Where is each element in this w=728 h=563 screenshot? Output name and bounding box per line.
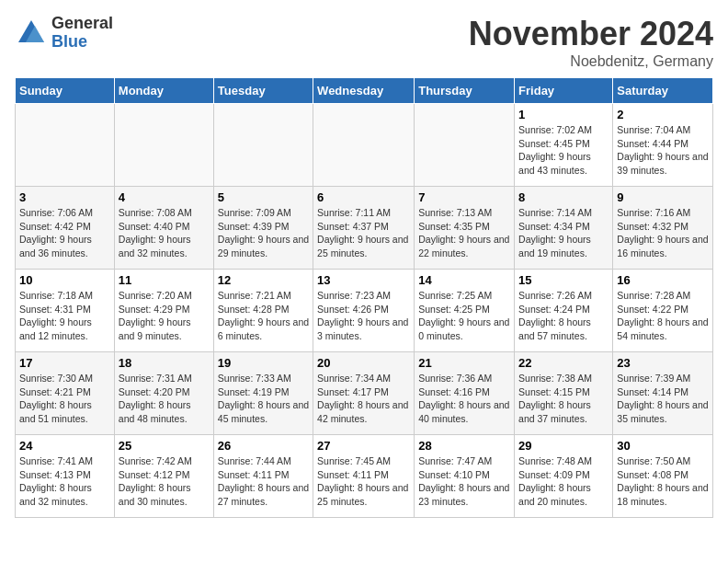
day-info: Sunrise: 7:13 AM Sunset: 4:35 PM Dayligh… (418, 206, 510, 260)
day-info: Sunrise: 7:18 AM Sunset: 4:31 PM Dayligh… (19, 289, 110, 343)
day-number: 21 (418, 356, 510, 370)
day-info: Sunrise: 7:48 AM Sunset: 4:09 PM Dayligh… (518, 454, 609, 509)
day-info: Sunrise: 7:04 AM Sunset: 4:44 PM Dayligh… (617, 123, 709, 178)
calendar-cell: 13Sunrise: 7:23 AM Sunset: 4:26 PM Dayli… (313, 270, 415, 352)
day-info: Sunrise: 7:09 AM Sunset: 4:39 PM Dayligh… (218, 206, 309, 260)
calendar-cell: 19Sunrise: 7:33 AM Sunset: 4:19 PM Dayli… (213, 352, 313, 435)
day-number: 30 (617, 439, 709, 453)
title-section: November 2024 Noebdenitz, Germany (469, 15, 713, 70)
day-info: Sunrise: 7:02 AM Sunset: 4:45 PM Dayligh… (518, 123, 609, 178)
calendar-cell: 24Sunrise: 7:41 AM Sunset: 4:13 PM Dayli… (16, 435, 115, 518)
calendar-cell: 4Sunrise: 7:08 AM Sunset: 4:40 PM Daylig… (114, 187, 213, 270)
calendar-cell: 16Sunrise: 7:28 AM Sunset: 4:22 PM Dayli… (613, 270, 713, 352)
day-info: Sunrise: 7:34 AM Sunset: 4:17 PM Dayligh… (317, 372, 410, 426)
calendar-cell: 2Sunrise: 7:04 AM Sunset: 4:44 PM Daylig… (613, 104, 713, 187)
day-info: Sunrise: 7:14 AM Sunset: 4:34 PM Dayligh… (518, 206, 609, 260)
calendar-cell: 28Sunrise: 7:47 AM Sunset: 4:10 PM Dayli… (415, 435, 515, 518)
day-info: Sunrise: 7:44 AM Sunset: 4:11 PM Dayligh… (218, 454, 309, 509)
day-number: 12 (218, 273, 309, 287)
day-header-sunday: Sunday (16, 78, 115, 104)
day-number: 6 (317, 190, 410, 204)
day-number: 15 (518, 273, 609, 287)
calendar-cell: 23Sunrise: 7:39 AM Sunset: 4:14 PM Dayli… (613, 352, 713, 435)
day-info: Sunrise: 7:26 AM Sunset: 4:24 PM Dayligh… (518, 289, 609, 343)
day-info: Sunrise: 7:45 AM Sunset: 4:11 PM Dayligh… (317, 454, 410, 509)
calendar-week-4: 17Sunrise: 7:30 AM Sunset: 4:21 PM Dayli… (16, 352, 713, 435)
day-info: Sunrise: 7:47 AM Sunset: 4:10 PM Dayligh… (418, 454, 510, 509)
day-info: Sunrise: 7:31 AM Sunset: 4:20 PM Dayligh… (119, 372, 210, 426)
day-info: Sunrise: 7:20 AM Sunset: 4:29 PM Dayligh… (119, 289, 210, 343)
day-number: 14 (418, 273, 510, 287)
calendar-cell: 15Sunrise: 7:26 AM Sunset: 4:24 PM Dayli… (515, 270, 613, 352)
calendar-cell: 14Sunrise: 7:25 AM Sunset: 4:25 PM Dayli… (415, 270, 515, 352)
day-info: Sunrise: 7:08 AM Sunset: 4:40 PM Dayligh… (119, 206, 210, 260)
day-number: 7 (418, 190, 510, 204)
calendar-cell: 7Sunrise: 7:13 AM Sunset: 4:35 PM Daylig… (415, 187, 515, 270)
logo-general-text: General (51, 15, 113, 33)
calendar-cell (415, 104, 515, 187)
calendar-cell: 1Sunrise: 7:02 AM Sunset: 4:45 PM Daylig… (515, 104, 613, 187)
day-header-friday: Friday (515, 78, 613, 104)
day-info: Sunrise: 7:50 AM Sunset: 4:08 PM Dayligh… (617, 454, 709, 509)
calendar-cell: 5Sunrise: 7:09 AM Sunset: 4:39 PM Daylig… (213, 187, 313, 270)
day-number: 17 (19, 356, 110, 370)
logo: General Blue (15, 15, 113, 52)
day-info: Sunrise: 7:23 AM Sunset: 4:26 PM Dayligh… (317, 289, 410, 343)
calendar-cell: 21Sunrise: 7:36 AM Sunset: 4:16 PM Dayli… (415, 352, 515, 435)
day-number: 18 (119, 356, 210, 370)
calendar-header-row: SundayMondayTuesdayWednesdayThursdayFrid… (16, 78, 713, 104)
calendar-cell: 18Sunrise: 7:31 AM Sunset: 4:20 PM Dayli… (114, 352, 213, 435)
calendar-cell: 11Sunrise: 7:20 AM Sunset: 4:29 PM Dayli… (114, 270, 213, 352)
calendar: SundayMondayTuesdayWednesdayThursdayFrid… (15, 77, 713, 518)
calendar-cell: 12Sunrise: 7:21 AM Sunset: 4:28 PM Dayli… (213, 270, 313, 352)
calendar-cell (114, 104, 213, 187)
day-info: Sunrise: 7:11 AM Sunset: 4:37 PM Dayligh… (317, 206, 410, 260)
day-info: Sunrise: 7:16 AM Sunset: 4:32 PM Dayligh… (617, 206, 709, 260)
day-number: 5 (218, 190, 309, 204)
day-number: 9 (617, 190, 709, 204)
calendar-week-5: 24Sunrise: 7:41 AM Sunset: 4:13 PM Dayli… (16, 435, 713, 518)
day-number: 2 (617, 108, 709, 121)
day-number: 10 (19, 273, 110, 287)
month-title: November 2024 (469, 15, 713, 53)
calendar-cell: 3Sunrise: 7:06 AM Sunset: 4:42 PM Daylig… (16, 187, 115, 270)
day-number: 19 (218, 356, 309, 370)
day-info: Sunrise: 7:41 AM Sunset: 4:13 PM Dayligh… (19, 454, 110, 509)
day-header-tuesday: Tuesday (213, 78, 313, 104)
calendar-cell (16, 104, 115, 187)
day-number: 25 (119, 439, 210, 453)
day-number: 20 (317, 356, 410, 370)
day-number: 23 (617, 356, 709, 370)
calendar-cell: 27Sunrise: 7:45 AM Sunset: 4:11 PM Dayli… (313, 435, 415, 518)
calendar-cell: 22Sunrise: 7:38 AM Sunset: 4:15 PM Dayli… (515, 352, 613, 435)
day-info: Sunrise: 7:25 AM Sunset: 4:25 PM Dayligh… (418, 289, 510, 343)
day-number: 1 (518, 108, 609, 121)
calendar-cell: 17Sunrise: 7:30 AM Sunset: 4:21 PM Dayli… (16, 352, 115, 435)
calendar-cell: 29Sunrise: 7:48 AM Sunset: 4:09 PM Dayli… (515, 435, 613, 518)
calendar-week-1: 1Sunrise: 7:02 AM Sunset: 4:45 PM Daylig… (16, 104, 713, 187)
day-header-monday: Monday (114, 78, 213, 104)
calendar-cell: 6Sunrise: 7:11 AM Sunset: 4:37 PM Daylig… (313, 187, 415, 270)
day-number: 3 (19, 190, 110, 204)
day-info: Sunrise: 7:21 AM Sunset: 4:28 PM Dayligh… (218, 289, 309, 343)
calendar-cell (213, 104, 313, 187)
day-number: 11 (119, 273, 210, 287)
calendar-cell: 9Sunrise: 7:16 AM Sunset: 4:32 PM Daylig… (613, 187, 713, 270)
calendar-cell: 25Sunrise: 7:42 AM Sunset: 4:12 PM Dayli… (114, 435, 213, 518)
calendar-cell: 26Sunrise: 7:44 AM Sunset: 4:11 PM Dayli… (213, 435, 313, 518)
day-info: Sunrise: 7:36 AM Sunset: 4:16 PM Dayligh… (418, 372, 510, 426)
day-info: Sunrise: 7:30 AM Sunset: 4:21 PM Dayligh… (19, 372, 110, 426)
day-info: Sunrise: 7:39 AM Sunset: 4:14 PM Dayligh… (617, 372, 709, 426)
calendar-cell: 8Sunrise: 7:14 AM Sunset: 4:34 PM Daylig… (515, 187, 613, 270)
calendar-cell (313, 104, 415, 187)
day-number: 28 (418, 439, 510, 453)
day-number: 29 (518, 439, 609, 453)
day-info: Sunrise: 7:38 AM Sunset: 4:15 PM Dayligh… (518, 372, 609, 426)
day-info: Sunrise: 7:28 AM Sunset: 4:22 PM Dayligh… (617, 289, 709, 343)
calendar-cell: 30Sunrise: 7:50 AM Sunset: 4:08 PM Dayli… (613, 435, 713, 518)
day-header-saturday: Saturday (613, 78, 713, 104)
calendar-week-3: 10Sunrise: 7:18 AM Sunset: 4:31 PM Dayli… (16, 270, 713, 352)
day-number: 26 (218, 439, 309, 453)
day-info: Sunrise: 7:06 AM Sunset: 4:42 PM Dayligh… (19, 206, 110, 260)
logo-blue-text: Blue (51, 33, 113, 52)
